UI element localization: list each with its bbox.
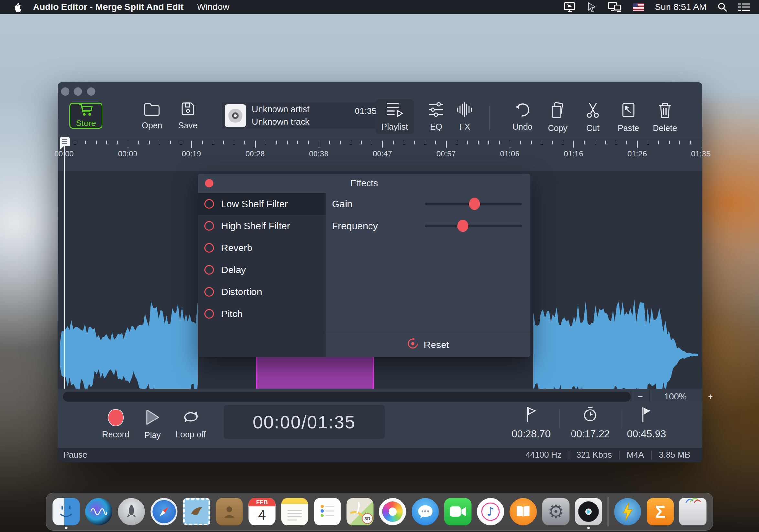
record-button[interactable]: Record (102, 409, 129, 439)
horizontal-scrollbar[interactable] (63, 392, 631, 402)
undo-button-label: Undo (512, 122, 533, 132)
reset-button[interactable]: Reset (326, 332, 531, 357)
dock-icon-audio-editor[interactable] (575, 498, 602, 525)
dock-icon-ibooks[interactable] (510, 498, 537, 525)
open-button[interactable]: Open (141, 102, 162, 131)
dock-icon-siri[interactable] (85, 498, 112, 525)
dock-icon-lightning[interactable] (614, 498, 641, 525)
zoom-in-button[interactable]: + (701, 392, 720, 402)
dock-icon-system-preferences[interactable]: ⚙ (542, 498, 570, 525)
dock-icon-facetime[interactable] (445, 498, 472, 525)
menu-list-icon[interactable] (738, 3, 750, 12)
ruler-tick (478, 140, 479, 144)
file-stats: 44100 Hz321 KbpsM4A3.85 MB (518, 450, 697, 460)
gain-slider-knob[interactable] (469, 198, 480, 210)
loop-button[interactable]: Loop off (176, 409, 206, 439)
dock-icon-sigma[interactable]: Σ (647, 498, 674, 525)
dock-icon-safari[interactable] (151, 498, 178, 525)
gain-slider[interactable] (425, 203, 522, 205)
dual-displays-icon[interactable] (608, 2, 622, 12)
delete-button[interactable]: Delete (653, 102, 677, 133)
timeline-ruler[interactable]: 00:0000:0900:1900:2800:3800:4700:5701:06… (58, 139, 702, 171)
copy-button[interactable]: Copy (548, 102, 568, 133)
trash-icon (658, 102, 672, 120)
eq-button-label: EQ (430, 122, 442, 132)
ruler-tick (75, 140, 75, 144)
effect-item-label: Low Shelf Filter (221, 199, 288, 209)
effect-item-low-shelf-filter[interactable]: Low Shelf Filter (198, 193, 326, 215)
cut-button[interactable]: Cut (585, 102, 600, 133)
svg-text:♪: ♪ (487, 505, 494, 518)
selection-bottom-bar[interactable] (256, 357, 374, 389)
effect-item-label: Distortion (221, 286, 262, 297)
loop-label: Loop off (176, 430, 206, 439)
menu-bar-clock[interactable]: Sun 8:51 AM (655, 2, 707, 12)
dock-icon-reminders[interactable] (314, 498, 341, 525)
ruler-tick (659, 140, 659, 144)
dock-icon-maps[interactable]: 3D (346, 498, 374, 525)
play-icon (145, 409, 160, 427)
effect-item-high-shelf-filter[interactable]: High Shelf Filter (198, 215, 326, 237)
dock-icon-finder[interactable] (53, 498, 80, 525)
ruler-label: 00:38 (309, 149, 328, 158)
effect-item-distortion[interactable]: Distortion (198, 281, 326, 303)
dialog-close-button[interactable] (205, 179, 213, 187)
search-icon[interactable] (718, 2, 727, 12)
save-button[interactable]: Save (178, 102, 197, 131)
effect-item-reverb[interactable]: Reverb (198, 237, 326, 259)
airplay-display-icon[interactable] (563, 2, 576, 12)
ruler-label: 00:47 (373, 149, 392, 158)
track-duration: 01:35 (355, 106, 377, 116)
ruler-tick (415, 140, 415, 144)
frequency-slider-knob[interactable] (458, 220, 468, 232)
menu-bar: Audio Editor - Merge Split And Edit Wind… (0, 0, 759, 14)
playhead-line[interactable] (64, 140, 65, 389)
ruler-tick (255, 140, 256, 148)
track-title: Unknown track (252, 117, 310, 127)
effect-item-pitch[interactable]: Pitch (198, 303, 326, 325)
ruler-tick (223, 140, 224, 144)
dock-icon-itunes[interactable]: ♪ (477, 498, 504, 525)
ruler-tick (266, 140, 266, 144)
dock-icon-notes[interactable] (281, 498, 308, 525)
dock-icon-contacts[interactable] (216, 498, 243, 525)
paste-button[interactable]: Paste (618, 102, 639, 133)
pointer-icon[interactable] (587, 2, 597, 12)
selection-end-value: 00:45.93 (627, 428, 666, 440)
dock-icon-launchpad[interactable] (118, 498, 145, 525)
apple-menu-icon[interactable] (12, 2, 23, 12)
play-label: Play (144, 430, 161, 440)
eq-button[interactable]: EQ (428, 102, 444, 132)
toolbar-separator (489, 106, 490, 130)
time-display: 00:00/01:35 (224, 405, 385, 438)
undo-button[interactable]: Undo (512, 102, 533, 132)
ruler-tick (531, 140, 532, 144)
dock-icon-trash[interactable] (679, 498, 707, 525)
ruler-tick (361, 140, 362, 144)
effects-dialog-title: Effects (198, 173, 531, 193)
track-info-box[interactable]: Unknown artist Unknown track 01:35 (222, 102, 383, 129)
active-app-name: Audio Editor - Merge Split And Edit (33, 2, 183, 12)
effect-item-delay[interactable]: Delay (198, 259, 326, 281)
effect-item-label: Delay (221, 264, 246, 275)
dock-icon-photos[interactable] (379, 498, 406, 525)
maps-3d-badge: 3D (362, 513, 373, 524)
store-button[interactable]: Store (69, 103, 102, 129)
dock-separator (608, 497, 609, 526)
copy-icon (550, 102, 565, 120)
menu-item-window[interactable]: Window (197, 2, 229, 12)
zoom-out-button[interactable]: − (631, 392, 650, 402)
file-stat: 3.85 MB (652, 450, 697, 460)
fx-button[interactable]: FX (457, 102, 473, 132)
dock-icon-mail[interactable] (183, 498, 211, 525)
play-button[interactable]: Play (144, 409, 161, 440)
us-flag-icon[interactable] (633, 3, 644, 11)
ruler-tick (626, 140, 627, 144)
ruler-tick (499, 140, 500, 144)
marker-separator (559, 409, 560, 428)
frequency-slider[interactable] (425, 225, 522, 227)
dock-icon-messages[interactable] (412, 498, 439, 525)
dock-icon-calendar[interactable]: FEB4 (249, 498, 276, 525)
playlist-button[interactable]: Playlist (376, 99, 414, 134)
audio-editor-window: Store OpenSave Unknown artist Unknown tr… (58, 82, 702, 462)
